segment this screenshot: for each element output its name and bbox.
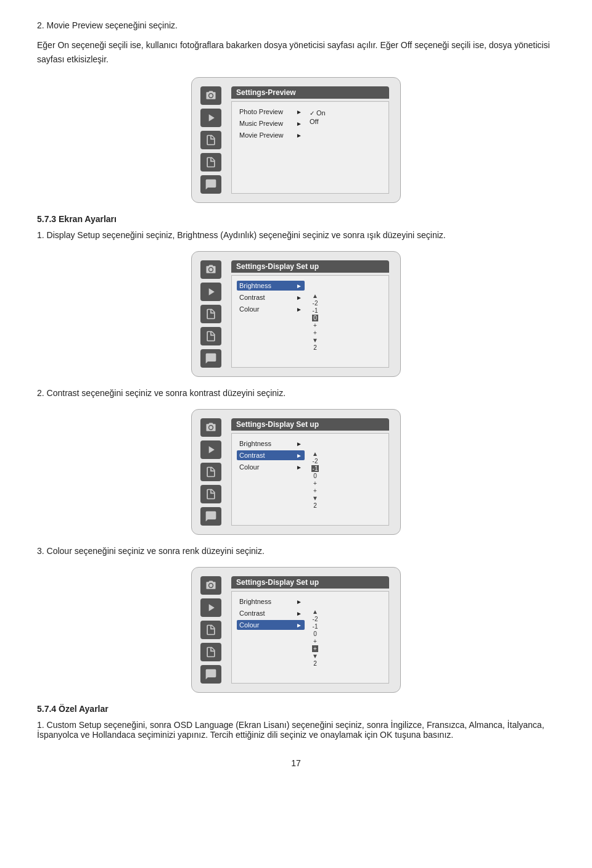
display-content-dm1: Brightness ► Contrast ► Colour ► ▲ xyxy=(231,275,389,368)
scroll-col-dm3: ▲ -2 -1 0 + + ▼ 2 xyxy=(310,597,321,678)
scroll-values-dm1: -2 -1 0 + + xyxy=(312,300,318,336)
display-mockup2: Settings-Display Set up Brightness ► Con… xyxy=(191,409,401,535)
colour-arrow-dm1: ► xyxy=(296,306,302,313)
play-icon-dm3 xyxy=(200,598,221,617)
preview-off-value: Off xyxy=(310,118,326,125)
sidebar-dm1 xyxy=(200,260,221,368)
play-icon-dm2 xyxy=(200,440,221,459)
sidebar-dm2 xyxy=(200,418,221,526)
brightness-arrow-dm1: ► xyxy=(296,283,302,289)
document2-icon xyxy=(200,153,221,172)
play-icon xyxy=(200,109,221,127)
scroll-up-dm2: ▲ xyxy=(312,450,318,457)
colour-arrow-dm2: ► xyxy=(296,464,302,471)
section-573-heading: 5.7.3 Ekran Ayarları xyxy=(37,214,555,224)
scroll-down-dm1: ▼ xyxy=(312,337,318,344)
scroll-values-dm3: -2 -1 0 + + xyxy=(312,616,318,652)
document-icon-dm3 xyxy=(200,621,221,639)
photo-icon-dm2 xyxy=(200,418,221,437)
colour-item-dm3: Colour ► xyxy=(237,620,305,630)
scroll-col-dm1: ▲ -2 -1 0 + + ▼ 2 xyxy=(310,281,321,362)
settings-preview-mockup: Settings-Preview Photo Preview ► Music P… xyxy=(191,77,401,203)
paragraph-2: Eğer On seçeneği seçili ise, kullanıcı f… xyxy=(37,38,555,66)
document-icon-dm2 xyxy=(200,463,221,481)
contrast-arrow-dm2: ► xyxy=(296,452,302,459)
colour-item-dm2: Colour ► xyxy=(237,462,305,472)
sidebar xyxy=(200,86,221,194)
colour-item-dm1: Colour ► xyxy=(237,304,305,314)
contrast-arrow-dm3: ► xyxy=(296,610,302,617)
scroll-up-dm3: ▲ xyxy=(312,608,318,615)
photo-icon xyxy=(200,86,221,105)
display-mockup1: Settings-Display Set up Brightness ► Con… xyxy=(191,251,401,377)
contrast-item-dm1: Contrast ► xyxy=(237,292,305,302)
brightness-item-dm3: Brightness ► xyxy=(237,597,305,606)
document-icon-dm1 xyxy=(200,305,221,323)
sidebar-dm3 xyxy=(200,576,221,684)
scroll-down-dm3: ▼ xyxy=(312,653,318,659)
chat-icon-dm1 xyxy=(200,349,221,368)
movie-preview-arrow: ► xyxy=(296,132,302,139)
scroll-col-dm2: ▲ -2 -1 0 + + ▼ 2 xyxy=(310,439,321,520)
display-title-dm1: Settings-Display Set up xyxy=(231,260,389,273)
display-mockup3: Settings-Display Set up Brightness ► Con… xyxy=(191,567,401,693)
contrast-item-dm2: Contrast ► xyxy=(237,450,305,460)
music-preview-arrow: ► xyxy=(296,120,302,127)
display-content-dm2: Brightness ► Contrast ► Colour ► ▲ xyxy=(231,433,389,526)
colour-arrow-dm3: ► xyxy=(296,622,302,629)
settings-preview-content: Photo Preview ► Music Preview ► Movie Pr… xyxy=(231,101,389,194)
preview-on-value: ✓ On xyxy=(310,109,326,117)
settings-preview-title: Settings-Preview xyxy=(231,86,389,99)
step-custom1-text: 1. Custom Setup seçeneğini, sonra OSD La… xyxy=(37,720,555,740)
display-mockup1-container: Settings-Display Set up Brightness ► Con… xyxy=(37,251,555,377)
document2-icon-dm2 xyxy=(200,485,221,503)
chat-icon-dm2 xyxy=(200,507,221,526)
document-icon xyxy=(200,131,221,149)
settings-preview-container: Settings-Preview Photo Preview ► Music P… xyxy=(37,77,555,203)
photo-icon-dm3 xyxy=(200,576,221,595)
movie-preview-item: Movie Preview ► xyxy=(237,130,305,140)
chat-icon-dm3 xyxy=(200,665,221,684)
display-mockup2-container: Settings-Display Set up Brightness ► Con… xyxy=(37,409,555,535)
play-icon-dm1 xyxy=(200,283,221,301)
brightness-item-dm1: Brightness ► xyxy=(237,281,305,291)
step1-text: 1. Display Setup seçeneğini seçiniz, Bri… xyxy=(37,230,555,240)
display-mockup3-container: Settings-Display Set up Brightness ► Con… xyxy=(37,567,555,693)
step2-text: 2. Contrast seçeneğini seçiniz ve sonra … xyxy=(37,388,555,398)
display-content-dm3: Brightness ► Contrast ► Colour ► ▲ xyxy=(231,591,389,684)
music-preview-item: Music Preview ► xyxy=(237,118,305,128)
brightness-item-dm2: Brightness ► xyxy=(237,439,305,448)
preview-values: ✓ On Off xyxy=(310,107,326,188)
display-main-dm2: Settings-Display Set up Brightness ► Con… xyxy=(231,418,389,526)
display-menu-dm3: Brightness ► Contrast ► Colour ► xyxy=(237,597,305,678)
scroll-up-dm1: ▲ xyxy=(312,292,318,299)
document2-icon-dm3 xyxy=(200,643,221,661)
step3-text: 3. Colour seçeneğini seçiniz ve sonra re… xyxy=(37,546,555,556)
brightness-arrow-dm3: ► xyxy=(296,598,302,605)
settings-preview-main: Settings-Preview Photo Preview ► Music P… xyxy=(231,86,389,194)
chat-icon xyxy=(200,175,221,194)
brightness-arrow-dm2: ► xyxy=(296,440,302,447)
scroll-values-dm2: -2 -1 0 + + xyxy=(311,458,319,494)
photo-preview-item: Photo Preview ► xyxy=(237,107,305,117)
display-menu-dm2: Brightness ► Contrast ► Colour ► xyxy=(237,439,305,520)
display-title-dm2: Settings-Display Set up xyxy=(231,418,389,431)
display-title-dm3: Settings-Display Set up xyxy=(231,576,389,589)
document2-icon-dm1 xyxy=(200,327,221,345)
photo-preview-arrow: ► xyxy=(296,109,302,115)
contrast-arrow-dm1: ► xyxy=(296,294,302,301)
page-number: 17 xyxy=(37,758,555,768)
paragraph-1: 2. Movie Preview seçeneğini seçiniz. xyxy=(37,19,555,32)
display-main-dm1: Settings-Display Set up Brightness ► Con… xyxy=(231,260,389,368)
photo-icon-dm1 xyxy=(200,260,221,279)
scroll-down-dm2: ▼ xyxy=(312,495,318,502)
preview-menu: Photo Preview ► Music Preview ► Movie Pr… xyxy=(237,107,305,188)
contrast-item-dm3: Contrast ► xyxy=(237,608,305,618)
display-main-dm3: Settings-Display Set up Brightness ► Con… xyxy=(231,576,389,684)
section-574-heading: 5.7.4 Özel Ayarlar xyxy=(37,704,555,714)
display-menu-dm1: Brightness ► Contrast ► Colour ► xyxy=(237,281,305,362)
